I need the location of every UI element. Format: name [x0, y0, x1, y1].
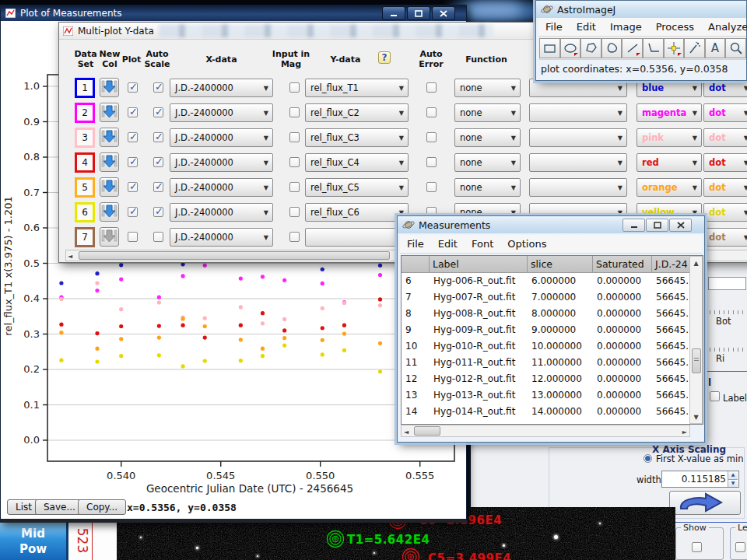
marker-select[interactable]: dot▼ — [703, 153, 747, 172]
menu-image[interactable]: Image — [603, 21, 649, 33]
angle-tool[interactable] — [643, 38, 664, 58]
table-row[interactable]: 10Hyg-010-R_out.fit10.0000000.0000005664… — [402, 338, 691, 355]
dataset-number-box[interactable]: 1 — [75, 78, 95, 98]
input-in-mag-checkbox[interactable] — [289, 157, 300, 167]
point-tool[interactable] — [664, 38, 685, 58]
input-in-mag-checkbox[interactable] — [289, 132, 300, 142]
y-data-select[interactable]: rel_flux_C6▼ — [305, 203, 409, 222]
show-checkbox[interactable] — [692, 542, 702, 552]
color-select[interactable]: orange▼ — [637, 178, 702, 197]
close-icon[interactable] — [432, 6, 455, 20]
dataset-number-box[interactable]: 4 — [75, 152, 95, 173]
auto-scale-checkbox[interactable] — [153, 132, 163, 142]
new-column-button[interactable] — [100, 202, 119, 222]
maximize-icon[interactable] — [407, 6, 430, 20]
table-row[interactable]: 11Hyg-011-R_out.fit11.0000000.0000005664… — [402, 355, 691, 371]
color-select[interactable]: magenta▼ — [637, 103, 702, 122]
input-in-mag-checkbox[interactable] — [289, 182, 300, 192]
auto-error-checkbox[interactable] — [426, 107, 437, 117]
zoom-tool[interactable] — [725, 38, 746, 58]
help-icon[interactable]: ? — [378, 51, 391, 64]
auto-scale-checkbox[interactable] — [153, 182, 163, 192]
y-data-select[interactable]: rel_flux_C2▼ — [305, 103, 409, 122]
x-data-select[interactable]: J.D.-2400000▼ — [170, 178, 273, 197]
auto-error-checkbox[interactable] — [426, 157, 437, 167]
wand-tool[interactable] — [684, 38, 705, 58]
column-header[interactable]: Saturated — [593, 256, 652, 273]
input-in-mag-checkbox[interactable] — [289, 207, 300, 217]
operand-select[interactable]: ▼ — [529, 79, 627, 97]
plot-checkbox[interactable] — [128, 182, 138, 192]
new-column-button[interactable] — [100, 227, 119, 247]
panel-field[interactable] — [708, 277, 746, 290]
table-row[interactable]: 14Hyg-014-R_out.fit14.0000000.0000005664… — [402, 404, 691, 420]
input-in-mag-checkbox[interactable] — [289, 107, 300, 117]
y-data-select[interactable]: rel_flux_C4▼ — [305, 153, 409, 172]
function-select[interactable]: none▼ — [454, 153, 521, 172]
plot-checkbox[interactable] — [128, 132, 138, 142]
auto-error-checkbox[interactable] — [426, 82, 437, 93]
column-header[interactable]: J.D.-24 — [652, 256, 691, 273]
label-checkbox[interactable] — [710, 391, 720, 401]
dataset-number-box[interactable]: 7 — [75, 227, 95, 247]
width-input[interactable]: 0.115185 ▲ ▼ — [661, 471, 739, 488]
operand-select[interactable]: ▼ — [529, 103, 627, 122]
menu-font[interactable]: Font — [465, 238, 500, 250]
spinner-up-icon[interactable]: ▲ — [728, 471, 738, 479]
save-button[interactable]: Save... — [35, 499, 84, 515]
marker-select[interactable]: dot▼ — [703, 228, 747, 247]
marker-select[interactable]: dot▼ — [703, 203, 747, 222]
copy-button[interactable]: Copy... — [78, 499, 126, 515]
table-row[interactable]: 13Hyg-013-R_out.fit13.0000000.0000005664… — [402, 387, 691, 404]
dataset-number-box[interactable]: 6 — [75, 202, 95, 222]
marker-select[interactable]: dot▼ — [703, 79, 747, 97]
minimize-icon[interactable] — [622, 219, 645, 232]
function-select[interactable]: none▼ — [454, 128, 521, 147]
plot-checkbox[interactable] — [128, 82, 138, 93]
auto-scale-checkbox[interactable] — [153, 207, 163, 217]
x-data-select[interactable]: J.D.-2400000▼ — [170, 228, 273, 247]
x-data-select[interactable]: J.D.-2400000▼ — [170, 103, 273, 122]
legend-checkbox[interactable] — [735, 542, 745, 552]
table-row[interactable]: 9Hyg-009-R_out.fit9.0000000.00000056645. — [402, 322, 691, 338]
new-column-button[interactable] — [100, 152, 119, 172]
new-column-button[interactable] — [100, 177, 119, 197]
menu-edit[interactable]: Edit — [570, 21, 603, 33]
y-data-select[interactable]: ▼ — [305, 228, 409, 247]
menu-edit[interactable]: Edit — [431, 238, 465, 250]
first-x-value-radio[interactable] — [644, 454, 652, 463]
x-data-select[interactable]: J.D.-2400000▼ — [170, 203, 273, 222]
close-icon[interactable] — [669, 219, 692, 232]
measurements-vscrollbar[interactable]: ▲ ▼ — [689, 256, 703, 424]
color-select[interactable]: blue▼ — [637, 79, 702, 97]
text-tool[interactable]: A — [705, 38, 726, 58]
scroll-left-icon[interactable]: ◄ — [68, 253, 72, 260]
plot-window-titlebar[interactable]: Plot of Measurements — [1, 5, 466, 21]
scroll-up-icon[interactable]: ▲ — [690, 260, 702, 267]
table-row[interactable]: 12Hyg-012-R_out.fit12.0000000.0000005664… — [402, 371, 691, 387]
dataset-number-box[interactable]: 3 — [75, 128, 95, 148]
y-data-select[interactable]: rel_flux_C3▼ — [305, 128, 409, 147]
mid-pow-button[interactable]: Mid Pow — [0, 523, 68, 560]
dataset-number-box[interactable]: 5 — [75, 177, 95, 198]
menu-options[interactable]: Options — [500, 238, 553, 250]
x-data-select[interactable]: J.D.-2400000▼ — [170, 153, 273, 172]
operand-select[interactable]: ▼ — [529, 178, 627, 197]
marker-select[interactable]: dot▼ — [703, 178, 747, 197]
scroll-right-icon[interactable]: ► — [682, 429, 687, 436]
input-in-mag-checkbox[interactable] — [289, 232, 300, 242]
plot-checkbox[interactable] — [128, 107, 138, 117]
menu-file[interactable]: File — [538, 21, 570, 33]
column-header[interactable] — [402, 256, 430, 273]
freehand-tool[interactable] — [601, 38, 622, 58]
new-column-button[interactable] — [100, 78, 119, 97]
operand-select[interactable]: ▼ — [529, 128, 627, 147]
marker-select[interactable]: dot▼ — [703, 103, 747, 122]
spinner-down-icon[interactable]: ▼ — [728, 479, 738, 487]
scroll-down-icon[interactable]: ▼ — [690, 414, 702, 421]
function-select[interactable]: none▼ — [454, 178, 521, 197]
line-tool[interactable] — [622, 38, 643, 58]
rectangle-tool[interactable] — [539, 38, 560, 58]
polygon-tool[interactable] — [580, 38, 601, 58]
auto-scale-checkbox[interactable] — [153, 82, 163, 93]
